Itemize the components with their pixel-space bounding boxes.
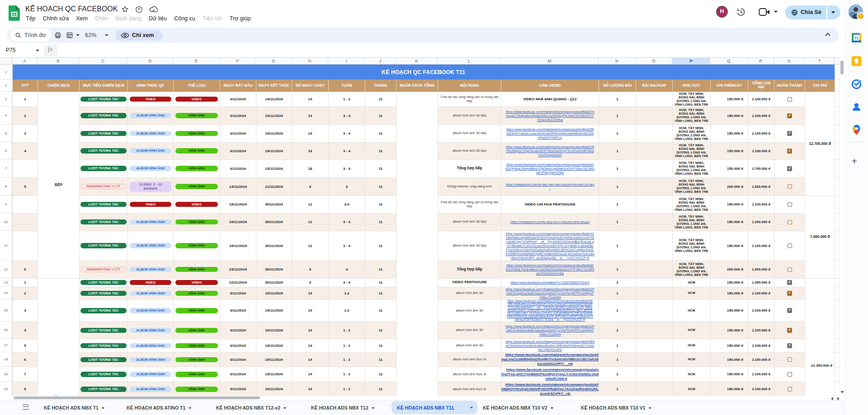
svg-text:31: 31 [854, 36, 859, 40]
